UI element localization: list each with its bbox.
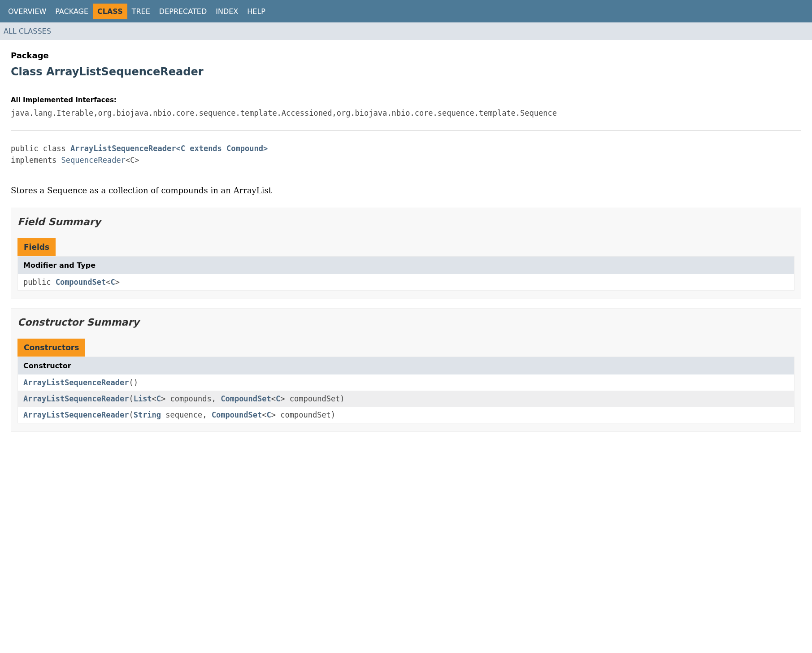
interfaces-list: java.lang.Iterable,org.biojava.nbio.core… (11, 109, 801, 118)
nav-class[interactable]: CLASS (93, 4, 127, 19)
sig-generic-param: C extends (181, 144, 226, 153)
sig-compound-link[interactable]: Compound (226, 144, 263, 153)
ctor-type-list[interactable]: List (134, 394, 152, 403)
ctor-params-0: () (129, 378, 138, 387)
ctor-space (161, 410, 165, 419)
ctor-name-0[interactable]: ArrayListSequenceReader (23, 378, 129, 387)
ctor-gopen2: < (271, 394, 276, 403)
field-type-link[interactable]: CompoundSet (56, 278, 106, 287)
ctor-pname-compounds: compounds, (170, 394, 221, 403)
field-modifier: public (23, 278, 56, 287)
constructor-summary-title: Constructor Summary (17, 317, 795, 328)
nav-index[interactable]: INDEX (211, 4, 243, 19)
package-label: Package (11, 51, 801, 60)
ctor-type-compoundset[interactable]: CompoundSet (221, 394, 271, 403)
ctor-gopen: < (152, 394, 156, 403)
fields-caption: Fields (17, 238, 56, 256)
top-nav: OVERVIEW PACKAGE CLASS TREE DEPRECATED I… (0, 0, 812, 22)
divider (11, 130, 801, 131)
sig-implements: implements (11, 156, 61, 165)
class-description: Stores a Sequence as a collection of com… (11, 186, 801, 195)
ctor-gparam2[interactable]: C (276, 394, 280, 403)
constructor-row: ArrayListSequenceReader(String sequence,… (18, 407, 795, 423)
ctor-gclose3: > (271, 410, 280, 419)
nav-package[interactable]: PACKAGE (51, 4, 93, 19)
all-classes-link[interactable]: ALL CLASSES (4, 27, 51, 35)
nav-tree[interactable]: TREE (127, 4, 155, 19)
ctor-pname-sequence: sequence, (165, 410, 211, 419)
nav-deprecated[interactable]: DEPRECATED (155, 4, 211, 19)
constructors-caption: Constructors (17, 339, 85, 357)
ctor-name-2[interactable]: ArrayListSequenceReader (23, 410, 129, 419)
nav-overview[interactable]: OVERVIEW (4, 4, 51, 19)
ctor-type-string[interactable]: String (134, 410, 161, 419)
sig-class-name: ArrayListSequenceReader (70, 144, 176, 153)
ctor-paren: ( (129, 394, 133, 403)
ctor-pname-compoundset2: compoundSet) (280, 410, 335, 419)
nav-help[interactable]: HELP (243, 4, 270, 19)
sig-public-class: public class (11, 144, 70, 153)
ctor-pname-compoundset: compoundSet) (290, 394, 345, 403)
sig-generic-close: > (263, 144, 268, 153)
fields-table: Modifier and Type public CompoundSet<C> (17, 256, 795, 291)
sig-generic-open: < (176, 144, 180, 153)
sub-nav: ALL CLASSES (0, 22, 812, 40)
constructor-summary-section: Constructor Summary Constructors Constru… (11, 308, 801, 432)
ctor-gclose2: > (280, 394, 289, 403)
constructors-header: Constructor (18, 357, 795, 375)
ctor-name-1[interactable]: ArrayListSequenceReader (23, 394, 129, 403)
ctor-paren2: ( (129, 410, 133, 419)
sig-seqreader-generic: <C> (126, 156, 139, 165)
field-generic-close: > (115, 278, 120, 287)
ctor-gopen3: < (262, 410, 266, 419)
content: Package Class ArrayListSequenceReader Al… (0, 40, 812, 452)
ctor-gparam3[interactable]: C (267, 410, 271, 419)
ctor-gparam[interactable]: C (156, 394, 161, 403)
sig-seqreader-link[interactable]: SequenceReader (61, 156, 126, 165)
constructor-row: ArrayListSequenceReader(List<C> compound… (18, 391, 795, 407)
field-summary-section: Field Summary Fields Modifier and Type p… (11, 208, 801, 299)
class-title: Class ArrayListSequenceReader (11, 65, 801, 78)
ctor-gclose: > (161, 394, 170, 403)
field-summary-title: Field Summary (17, 216, 795, 227)
constructor-row: ArrayListSequenceReader() (18, 374, 795, 391)
field-generic-open: < (106, 278, 110, 287)
field-row: public CompoundSet<C> (18, 274, 795, 291)
fields-header: Modifier and Type (18, 257, 795, 274)
constructors-table: Constructor ArrayListSequenceReader() Ar… (17, 357, 795, 423)
ctor-type-compoundset2[interactable]: CompoundSet (212, 410, 262, 419)
field-generic-param[interactable]: C (111, 278, 115, 287)
interfaces-label: All Implemented Interfaces: (11, 96, 801, 104)
class-signature: public class ArrayListSequenceReader<C e… (11, 143, 801, 166)
